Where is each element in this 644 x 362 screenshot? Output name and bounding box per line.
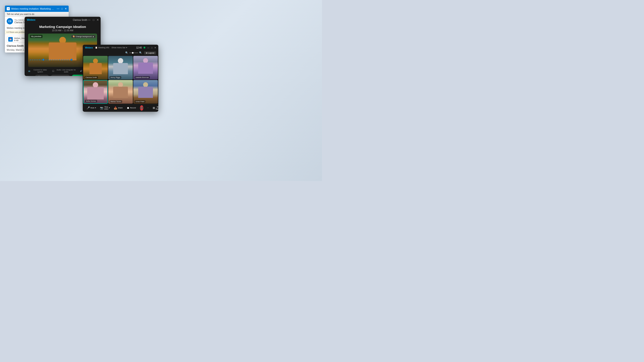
cell-name-umar: Umar Patel [134,100,145,103]
video-grid: Clarissa Smith Henry Riggs Isabelle Bren… [83,55,158,104]
more-options-button[interactable]: ··· [146,106,150,110]
change-background-btn[interactable]: 🎨 Change background ▲ [71,35,96,38]
attachment-icon: 📅 [8,37,13,41]
monitor-icon: 📺 [28,70,30,72]
email-icon: ✉ [7,7,10,10]
video-cell-isabelle: Isabelle Brennan [133,56,158,79]
meeting-info-button[interactable]: 📋 Meeting info [95,46,109,49]
mute-meeting-button[interactable]: 🎤 Mute ▾ [85,105,98,110]
prejoin-meeting-title: Marketing Campaign Ideation [28,25,97,28]
video-cell-marise: Marise Torres [108,80,133,104]
webex-prejoin-close[interactable]: ✕ [96,18,99,21]
audio-computer-label: Audio: Use computer for audio [55,69,78,73]
stop-video-meeting-label: Stop video [104,106,108,110]
end-call-button[interactable]: 📵 [140,105,143,111]
zoom-out-icon[interactable]: 🔍 [125,51,128,54]
camera-icon: 📷 [53,76,56,76]
stop-video-chevron: ▾ [109,107,110,109]
change-bg-icon: 🎨 [73,35,75,37]
layout-icon: ⊞ [146,52,148,54]
meeting-titlebar-right: 12:40 — □ ✕ [136,46,156,49]
stop-video-meeting-button[interactable]: 📷 Stop video ▾ [98,105,111,111]
email-maximize-btn[interactable]: □ [61,7,63,10]
mute-button[interactable]: 🎤 Mute ▾ [35,75,49,76]
video-cell-sofia: Sofia Gomez [83,80,108,104]
record-label: Record [130,107,136,109]
prejoin-meeting-time: 10:30 AM – 11:00 AM [28,29,97,32]
meeting-info-icon: 📋 [95,46,98,49]
connector-dot-2 [71,59,72,60]
recording-indicator [144,47,145,48]
video-cell-clarissa: Clarissa Smith [83,56,108,79]
record-button[interactable]: ⏺ Record [126,105,137,110]
connector-dot-1 [42,59,44,60]
zoom-in-icon[interactable]: 🔍 [139,51,142,54]
video-chevron: ▾ [67,76,68,76]
stop-video-label: Stop video [56,76,66,76]
mute-meeting-icon: 🎤 [86,106,90,109]
meeting-info-label: Meeting info [98,46,109,49]
email-file-menu: Tell me what you want to do [7,13,34,15]
share-icon: 📤 [114,106,117,109]
cell-name-marise: Marise Torres [110,100,122,103]
layout-label: Layout [148,52,154,54]
share-button[interactable]: 📤 Share [112,105,124,110]
more-options-label: ··· [147,107,149,109]
sender-avatar: CS [7,18,13,24]
record-icon: ⏺ [127,106,130,109]
cell-name-henry: Henry Riggs [110,76,121,79]
stop-video-meeting-icon: 📷 [100,106,103,109]
webex-prejoin-logo: Webex [27,18,35,21]
zoom-controls: 🔍 🔍 [125,51,142,54]
info-icon: ℹ [7,31,8,33]
video-cell-umar: Umar Patel [133,80,158,104]
email-close-btn[interactable]: ✕ [64,7,67,10]
show-menu-button[interactable]: Show menu bar ▾ [111,46,127,49]
layout-button[interactable]: ⊞ Layout [144,51,156,54]
change-bg-label: Change background [76,35,92,37]
webex-prejoin-window-controls: — □ ✕ [88,18,99,21]
dashed-connector-1 [30,60,71,60]
stop-video-button[interactable]: 📷 Stop video ▾ [51,75,70,76]
show-menu-label: Show menu bar [111,46,126,49]
webex-prejoin-titlebar: Webex Clarissa Smith — □ ✕ [24,17,100,23]
apps-button[interactable]: ⊞ 88 Apps [152,105,158,111]
apps-label: 88 Apps [156,106,158,110]
meeting-time-badge: 12:40 [136,46,142,49]
webex-meeting-logo: Webex [85,46,93,49]
connect-video-label: Connect to video system [31,69,50,73]
webex-prejoin-username: Clarissa Smith [73,19,87,21]
end-call-icon: 📵 [140,106,143,109]
zoom-slider[interactable] [129,52,138,53]
email-window-controls: — □ ✕ [57,7,67,10]
mute-label: Mute [40,76,45,76]
meeting-window-maximize[interactable]: □ [151,46,152,49]
webex-meeting-window: Webex 📋 Meeting info Show menu bar ▾ 12:… [83,45,158,112]
meeting-toolbar-top: 🔍 🔍 ⊞ Layout [83,50,158,55]
apps-icon: ⊞ [153,106,155,109]
mute-meeting-label: Mute [90,107,94,109]
email-title: Webex meeting invitation: Marketing Camp… [11,7,56,10]
headphone-icon: 🎧 [52,70,54,72]
webex-prejoin-maximize[interactable]: □ [93,18,94,21]
cell-name-sofia: Sofia Gomez [85,100,97,102]
webex-meeting-titlebar: Webex 📋 Meeting info Show menu bar ▾ 12:… [83,45,158,50]
share-label: Share [118,107,122,109]
meeting-toolbar-bottom: 😊 💬 ▾ 🎤 Mute ▾ 📷 Stop video ▾ 📤 Share ⏺ … [83,104,158,111]
mute-chevron: ▾ [46,76,47,76]
cell-name-clarissa: Clarissa Smith [84,76,98,79]
webex-prejoin-minimize[interactable]: — [88,18,90,21]
email-titlebar: ✉ Webex meeting invitation: Marketing Ca… [5,5,69,12]
email-minimize-btn[interactable]: — [57,7,60,10]
meeting-window-minimize[interactable]: — [147,46,149,49]
video-cell-henry: Henry Riggs [108,56,133,79]
meeting-window-close[interactable]: ✕ [154,46,156,49]
preview-label: My preview [30,35,42,38]
speaker-icon: 🔊 [80,70,82,72]
connect-video-option[interactable]: 📺 Connect to video system [28,69,50,73]
email-toolbar: Tell me what you want to do [5,12,69,17]
cell-name-isabelle: Isabelle Brennan [134,76,150,79]
mute-chevron: ▾ [95,107,96,109]
audio-computer-option[interactable]: 🎧 Audio: Use computer for audio [52,69,78,73]
change-bg-expand-icon: ▲ [92,35,94,37]
